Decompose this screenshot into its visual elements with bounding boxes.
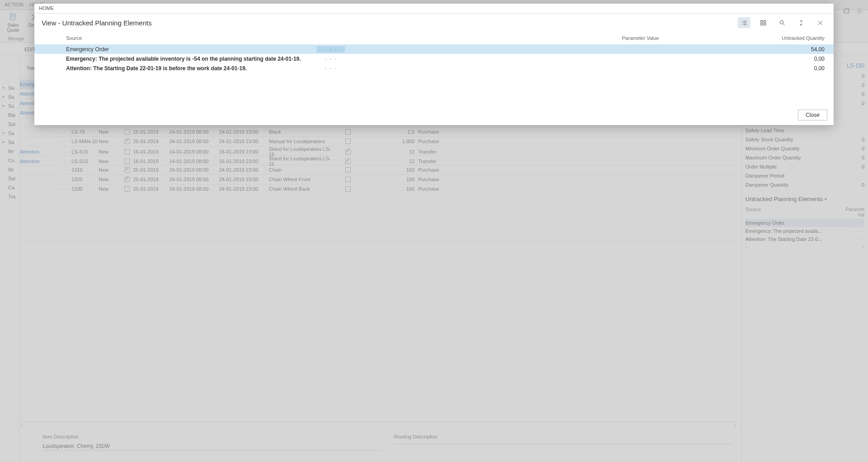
modal-column-headers: Source Parameter Value Untracked Quantit… bbox=[34, 31, 834, 44]
modal-table-body: Emergency Order· · ·54,00Emergency: The … bbox=[34, 44, 834, 99]
close-icon[interactable] bbox=[814, 17, 826, 28]
modal-actions bbox=[738, 17, 826, 28]
svg-rect-5 bbox=[760, 23, 762, 25]
tile-view-icon[interactable] bbox=[757, 17, 769, 28]
modal-row[interactable]: Attention: The Starting Date 22-01-19 is… bbox=[34, 63, 834, 73]
modal-header-untracked-quantity[interactable]: Untracked Quantity bbox=[768, 35, 826, 41]
modal-row-actions-icon[interactable]: · · · bbox=[317, 46, 345, 53]
close-button[interactable]: Close bbox=[798, 110, 827, 120]
modal-source-cell: Emergency Order bbox=[66, 46, 310, 53]
svg-rect-3 bbox=[760, 20, 762, 22]
svg-rect-6 bbox=[763, 23, 765, 25]
modal-quantity-cell: 0,00 bbox=[351, 65, 826, 72]
modal-title: View - Untracked Planning Elements bbox=[42, 19, 152, 27]
modal-source-cell: Emergency: The projected available inven… bbox=[66, 56, 310, 62]
modal-quantity-cell: 54,00 bbox=[351, 46, 826, 53]
modal-quantity-cell: 0,00 bbox=[351, 56, 826, 62]
collapse-icon[interactable] bbox=[795, 17, 807, 28]
svg-rect-4 bbox=[763, 20, 765, 22]
modal-row[interactable]: Emergency Order· · ·54,00 bbox=[34, 44, 834, 54]
modal-row-actions-icon[interactable]: · · · bbox=[317, 56, 345, 62]
svg-point-7 bbox=[780, 20, 783, 24]
modal-source-cell: Attention: The Starting Date 22-01-19 is… bbox=[66, 65, 310, 72]
modal-header-parameter-value[interactable]: Parameter Value bbox=[383, 35, 768, 41]
search-icon[interactable] bbox=[776, 17, 788, 28]
modal-ribbon-tabs: HOME bbox=[34, 4, 834, 14]
modal-header-source[interactable]: Source bbox=[66, 35, 383, 41]
modal-row[interactable]: Emergency: The projected available inven… bbox=[34, 54, 834, 63]
modal-row-actions-icon[interactable]: · · · bbox=[317, 65, 345, 72]
modal-tab-home[interactable]: HOME bbox=[39, 5, 54, 11]
list-view-icon[interactable] bbox=[738, 17, 750, 28]
untracked-planning-modal: HOME View - Untracked Planning Elements … bbox=[34, 4, 834, 125]
